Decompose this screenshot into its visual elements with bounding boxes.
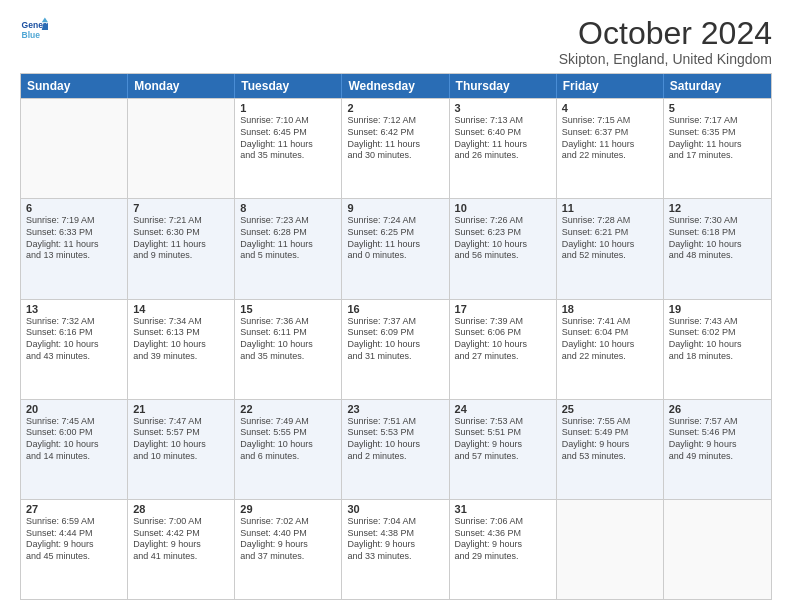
day-number: 17: [455, 303, 551, 315]
calendar-cell-13: 13Sunrise: 7:32 AMSunset: 6:16 PMDayligh…: [21, 300, 128, 399]
day-number: 12: [669, 202, 766, 214]
day-info: Sunrise: 7:55 AMSunset: 5:49 PMDaylight:…: [562, 416, 658, 463]
day-info: Sunrise: 7:00 AMSunset: 4:42 PMDaylight:…: [133, 516, 229, 563]
day-number: 6: [26, 202, 122, 214]
day-info: Sunrise: 7:32 AMSunset: 6:16 PMDaylight:…: [26, 316, 122, 363]
day-number: 3: [455, 102, 551, 114]
calendar-cell-20: 20Sunrise: 7:45 AMSunset: 6:00 PMDayligh…: [21, 400, 128, 499]
calendar-cell-12: 12Sunrise: 7:30 AMSunset: 6:18 PMDayligh…: [664, 199, 771, 298]
day-number: 10: [455, 202, 551, 214]
calendar-cell-28: 28Sunrise: 7:00 AMSunset: 4:42 PMDayligh…: [128, 500, 235, 599]
day-info: Sunrise: 7:21 AMSunset: 6:30 PMDaylight:…: [133, 215, 229, 262]
calendar-cell-empty-4-6: [664, 500, 771, 599]
calendar-cell-29: 29Sunrise: 7:02 AMSunset: 4:40 PMDayligh…: [235, 500, 342, 599]
month-title: October 2024: [559, 16, 772, 51]
day-number: 30: [347, 503, 443, 515]
calendar-row-1: 6Sunrise: 7:19 AMSunset: 6:33 PMDaylight…: [21, 198, 771, 298]
day-info: Sunrise: 7:26 AMSunset: 6:23 PMDaylight:…: [455, 215, 551, 262]
day-info: Sunrise: 7:17 AMSunset: 6:35 PMDaylight:…: [669, 115, 766, 162]
calendar-row-3: 20Sunrise: 7:45 AMSunset: 6:00 PMDayligh…: [21, 399, 771, 499]
calendar-cell-19: 19Sunrise: 7:43 AMSunset: 6:02 PMDayligh…: [664, 300, 771, 399]
header-day-saturday: Saturday: [664, 74, 771, 98]
day-number: 28: [133, 503, 229, 515]
calendar-header: SundayMondayTuesdayWednesdayThursdayFrid…: [21, 74, 771, 98]
calendar-cell-6: 6Sunrise: 7:19 AMSunset: 6:33 PMDaylight…: [21, 199, 128, 298]
day-info: Sunrise: 7:30 AMSunset: 6:18 PMDaylight:…: [669, 215, 766, 262]
day-info: Sunrise: 7:04 AMSunset: 4:38 PMDaylight:…: [347, 516, 443, 563]
day-info: Sunrise: 7:43 AMSunset: 6:02 PMDaylight:…: [669, 316, 766, 363]
day-number: 4: [562, 102, 658, 114]
day-number: 20: [26, 403, 122, 415]
header-day-monday: Monday: [128, 74, 235, 98]
day-number: 14: [133, 303, 229, 315]
calendar-cell-2: 2Sunrise: 7:12 AMSunset: 6:42 PMDaylight…: [342, 99, 449, 198]
calendar-cell-4: 4Sunrise: 7:15 AMSunset: 6:37 PMDaylight…: [557, 99, 664, 198]
calendar-cell-empty-0-1: [128, 99, 235, 198]
day-info: Sunrise: 7:57 AMSunset: 5:46 PMDaylight:…: [669, 416, 766, 463]
day-number: 22: [240, 403, 336, 415]
calendar-cell-3: 3Sunrise: 7:13 AMSunset: 6:40 PMDaylight…: [450, 99, 557, 198]
calendar-row-0: 1Sunrise: 7:10 AMSunset: 6:45 PMDaylight…: [21, 98, 771, 198]
calendar-cell-10: 10Sunrise: 7:26 AMSunset: 6:23 PMDayligh…: [450, 199, 557, 298]
calendar-cell-25: 25Sunrise: 7:55 AMSunset: 5:49 PMDayligh…: [557, 400, 664, 499]
day-info: Sunrise: 7:15 AMSunset: 6:37 PMDaylight:…: [562, 115, 658, 162]
day-number: 31: [455, 503, 551, 515]
day-number: 16: [347, 303, 443, 315]
day-number: 21: [133, 403, 229, 415]
day-info: Sunrise: 7:34 AMSunset: 6:13 PMDaylight:…: [133, 316, 229, 363]
title-block: October 2024 Skipton, England, United Ki…: [559, 16, 772, 67]
calendar-cell-27: 27Sunrise: 6:59 AMSunset: 4:44 PMDayligh…: [21, 500, 128, 599]
header-day-sunday: Sunday: [21, 74, 128, 98]
header-day-friday: Friday: [557, 74, 664, 98]
day-number: 8: [240, 202, 336, 214]
day-info: Sunrise: 7:45 AMSunset: 6:00 PMDaylight:…: [26, 416, 122, 463]
day-number: 27: [26, 503, 122, 515]
day-info: Sunrise: 7:53 AMSunset: 5:51 PMDaylight:…: [455, 416, 551, 463]
calendar-cell-17: 17Sunrise: 7:39 AMSunset: 6:06 PMDayligh…: [450, 300, 557, 399]
day-info: Sunrise: 7:10 AMSunset: 6:45 PMDaylight:…: [240, 115, 336, 162]
calendar-cell-18: 18Sunrise: 7:41 AMSunset: 6:04 PMDayligh…: [557, 300, 664, 399]
header-day-wednesday: Wednesday: [342, 74, 449, 98]
page: General Blue October 2024 Skipton, Engla…: [0, 0, 792, 612]
calendar-row-4: 27Sunrise: 6:59 AMSunset: 4:44 PMDayligh…: [21, 499, 771, 599]
day-info: Sunrise: 7:51 AMSunset: 5:53 PMDaylight:…: [347, 416, 443, 463]
day-number: 1: [240, 102, 336, 114]
day-info: Sunrise: 7:12 AMSunset: 6:42 PMDaylight:…: [347, 115, 443, 162]
day-info: Sunrise: 6:59 AMSunset: 4:44 PMDaylight:…: [26, 516, 122, 563]
day-info: Sunrise: 7:47 AMSunset: 5:57 PMDaylight:…: [133, 416, 229, 463]
calendar-row-2: 13Sunrise: 7:32 AMSunset: 6:16 PMDayligh…: [21, 299, 771, 399]
day-info: Sunrise: 7:39 AMSunset: 6:06 PMDaylight:…: [455, 316, 551, 363]
header-day-thursday: Thursday: [450, 74, 557, 98]
day-info: Sunrise: 7:19 AMSunset: 6:33 PMDaylight:…: [26, 215, 122, 262]
day-info: Sunrise: 7:28 AMSunset: 6:21 PMDaylight:…: [562, 215, 658, 262]
day-number: 7: [133, 202, 229, 214]
header-day-tuesday: Tuesday: [235, 74, 342, 98]
header: General Blue October 2024 Skipton, Engla…: [20, 16, 772, 67]
calendar-cell-8: 8Sunrise: 7:23 AMSunset: 6:28 PMDaylight…: [235, 199, 342, 298]
svg-text:Blue: Blue: [22, 30, 41, 40]
day-number: 23: [347, 403, 443, 415]
calendar-cell-22: 22Sunrise: 7:49 AMSunset: 5:55 PMDayligh…: [235, 400, 342, 499]
location: Skipton, England, United Kingdom: [559, 51, 772, 67]
day-info: Sunrise: 7:06 AMSunset: 4:36 PMDaylight:…: [455, 516, 551, 563]
logo: General Blue: [20, 16, 48, 44]
day-number: 24: [455, 403, 551, 415]
day-number: 26: [669, 403, 766, 415]
day-info: Sunrise: 7:37 AMSunset: 6:09 PMDaylight:…: [347, 316, 443, 363]
calendar-cell-30: 30Sunrise: 7:04 AMSunset: 4:38 PMDayligh…: [342, 500, 449, 599]
day-info: Sunrise: 7:36 AMSunset: 6:11 PMDaylight:…: [240, 316, 336, 363]
day-number: 13: [26, 303, 122, 315]
day-info: Sunrise: 7:02 AMSunset: 4:40 PMDaylight:…: [240, 516, 336, 563]
calendar-cell-23: 23Sunrise: 7:51 AMSunset: 5:53 PMDayligh…: [342, 400, 449, 499]
day-number: 2: [347, 102, 443, 114]
calendar-cell-1: 1Sunrise: 7:10 AMSunset: 6:45 PMDaylight…: [235, 99, 342, 198]
day-info: Sunrise: 7:24 AMSunset: 6:25 PMDaylight:…: [347, 215, 443, 262]
day-number: 9: [347, 202, 443, 214]
calendar-cell-7: 7Sunrise: 7:21 AMSunset: 6:30 PMDaylight…: [128, 199, 235, 298]
calendar-cell-31: 31Sunrise: 7:06 AMSunset: 4:36 PMDayligh…: [450, 500, 557, 599]
day-info: Sunrise: 7:49 AMSunset: 5:55 PMDaylight:…: [240, 416, 336, 463]
logo-icon: General Blue: [20, 16, 48, 44]
calendar-cell-24: 24Sunrise: 7:53 AMSunset: 5:51 PMDayligh…: [450, 400, 557, 499]
calendar-cell-11: 11Sunrise: 7:28 AMSunset: 6:21 PMDayligh…: [557, 199, 664, 298]
day-number: 29: [240, 503, 336, 515]
